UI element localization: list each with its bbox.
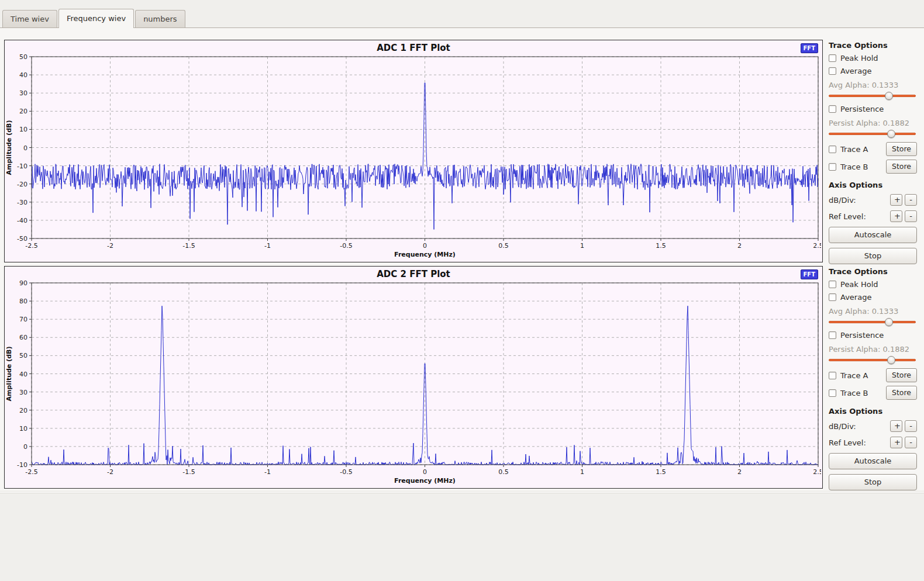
db-div-minus-button[interactable]: -: [905, 420, 917, 432]
persistence-checkbox[interactable]: [829, 331, 836, 339]
persistence-row: Persistence: [829, 105, 917, 113]
svg-text:50: 50: [19, 53, 27, 61]
svg-text:Amplitude (dB): Amplitude (dB): [5, 120, 13, 175]
svg-text:-2: -2: [107, 242, 113, 250]
trace-a-checkbox[interactable]: [829, 146, 836, 153]
adc1-plot-frame: ADC 1 FFT Plot FFT -2.5-2-1.5-1-0.500.51…: [4, 40, 823, 262]
stop-button[interactable]: Stop: [829, 474, 917, 490]
stop-button[interactable]: Stop: [829, 248, 917, 264]
db-div-plus-button[interactable]: +: [890, 420, 902, 432]
tab-numbers[interactable]: numbers: [135, 10, 185, 27]
persistence-label: Persistence: [840, 331, 884, 340]
svg-text:10: 10: [19, 425, 27, 433]
adc2-row: ADC 2 FFT Plot FFT -2.5-2-1.5-1-0.500.51…: [4, 266, 922, 490]
tab-time-view[interactable]: Time wiev: [2, 10, 57, 27]
db-div-row: dB/Div: + -: [829, 420, 917, 432]
ref-level-label: Ref Level:: [829, 212, 888, 221]
peak-hold-label: Peak Hold: [840, 280, 878, 289]
frequency-view-page: ADC 1 FFT Plot FFT -2.5-2-1.5-1-0.500.51…: [0, 28, 924, 490]
peak-hold-checkbox[interactable]: [829, 281, 836, 288]
svg-text:Amplitude (dB): Amplitude (dB): [5, 347, 13, 402]
db-div-label: dB/Div:: [829, 196, 888, 205]
ref-level-plus-button[interactable]: +: [890, 210, 902, 222]
tab-bar: Time wiev Frequency wiev numbers: [0, 0, 924, 28]
svg-text:0: 0: [23, 144, 27, 152]
slider-track: [829, 95, 916, 97]
trace-b-checkbox[interactable]: [829, 163, 836, 171]
svg-text:1.5: 1.5: [656, 468, 666, 476]
adc1-fft-chart[interactable]: -2.5-2-1.5-1-0.500.511.522.5-50-40-30-20…: [5, 53, 821, 260]
store-trace-b-button[interactable]: Store: [886, 160, 917, 174]
svg-text:2: 2: [737, 468, 742, 476]
svg-text:-1: -1: [264, 242, 271, 250]
trace-b-checkbox[interactable]: [829, 389, 836, 397]
svg-text:60: 60: [19, 334, 27, 341]
slider-handle[interactable]: [885, 92, 893, 100]
average-checkbox[interactable]: [829, 293, 836, 301]
trace-b-row: Trace B Store: [829, 160, 917, 174]
bottom-spacer: [0, 492, 924, 580]
slider-track: [829, 321, 916, 323]
persist-alpha-label: Persist Alpha: 0.1882: [829, 119, 917, 127]
svg-text:-0.5: -0.5: [340, 468, 352, 476]
tab-frequency-view[interactable]: Frequency wiev: [58, 9, 134, 28]
peak-hold-checkbox[interactable]: [829, 54, 836, 62]
slider-handle[interactable]: [887, 130, 895, 138]
average-checkbox[interactable]: [829, 67, 836, 75]
trace-a-checkbox[interactable]: [829, 372, 836, 379]
average-label: Average: [840, 67, 871, 75]
fft-badge[interactable]: FFT: [801, 269, 818, 279]
svg-text:20: 20: [19, 407, 27, 414]
trace-options-heading: Trace Options: [829, 40, 917, 50]
db-div-minus-button[interactable]: -: [905, 194, 917, 206]
store-trace-b-button[interactable]: Store: [886, 386, 917, 400]
svg-text:1: 1: [580, 468, 584, 476]
trace-a-row: Trace A Store: [829, 142, 917, 156]
store-trace-a-button[interactable]: Store: [886, 368, 917, 382]
autoscale-button[interactable]: Autoscale: [829, 227, 917, 243]
ref-level-label: Ref Level:: [829, 438, 888, 447]
svg-text:-40: -40: [17, 217, 27, 224]
ref-level-plus-button[interactable]: +: [890, 437, 902, 448]
slider-handle[interactable]: [885, 318, 893, 326]
avg-alpha-label: Avg Alpha: 0.1333: [829, 81, 917, 89]
svg-text:10: 10: [19, 126, 27, 133]
svg-text:50: 50: [19, 352, 27, 359]
svg-text:0: 0: [423, 242, 427, 250]
slider-track: [829, 359, 916, 361]
db-div-plus-button[interactable]: +: [890, 194, 902, 206]
svg-text:70: 70: [19, 316, 27, 323]
ref-level-row: Ref Level: + -: [829, 210, 917, 222]
trace-a-label: Trace A: [840, 371, 868, 380]
adc2-control-panel: Trace Options Peak Hold Average Avg Alph…: [823, 266, 922, 490]
svg-text:40: 40: [19, 71, 27, 79]
db-div-row: dB/Div: + -: [829, 194, 917, 206]
avg-alpha-slider[interactable]: [829, 91, 916, 101]
average-label: Average: [840, 293, 871, 302]
svg-text:-20: -20: [17, 181, 27, 188]
svg-text:-1.5: -1.5: [182, 242, 195, 250]
slider-handle[interactable]: [887, 356, 895, 364]
fft-badge[interactable]: FFT: [801, 43, 818, 53]
persist-alpha-slider[interactable]: [829, 129, 916, 139]
ref-level-minus-button[interactable]: -: [905, 210, 917, 222]
svg-text:1.5: 1.5: [656, 242, 666, 250]
svg-text:0.5: 0.5: [498, 468, 509, 476]
avg-alpha-slider[interactable]: [829, 317, 916, 327]
adc2-fft-chart[interactable]: -2.5-2-1.5-1-0.500.511.522.5-10010203040…: [5, 279, 821, 486]
ref-level-minus-button[interactable]: -: [905, 437, 917, 448]
average-row: Average: [829, 67, 917, 75]
adc1-row: ADC 1 FFT Plot FFT -2.5-2-1.5-1-0.500.51…: [4, 40, 922, 264]
svg-text:1: 1: [580, 242, 584, 250]
trace-a-row: Trace A Store: [829, 368, 917, 382]
svg-text:-1.5: -1.5: [182, 468, 195, 476]
autoscale-button[interactable]: Autoscale: [829, 453, 917, 469]
persist-alpha-slider[interactable]: [829, 355, 916, 365]
store-trace-a-button[interactable]: Store: [886, 142, 917, 156]
svg-text:-1: -1: [264, 468, 271, 476]
trace-b-label: Trace B: [840, 162, 868, 171]
svg-text:30: 30: [19, 389, 27, 396]
svg-text:40: 40: [19, 371, 27, 378]
persistence-checkbox[interactable]: [829, 105, 836, 113]
trace-b-row: Trace B Store: [829, 386, 917, 400]
